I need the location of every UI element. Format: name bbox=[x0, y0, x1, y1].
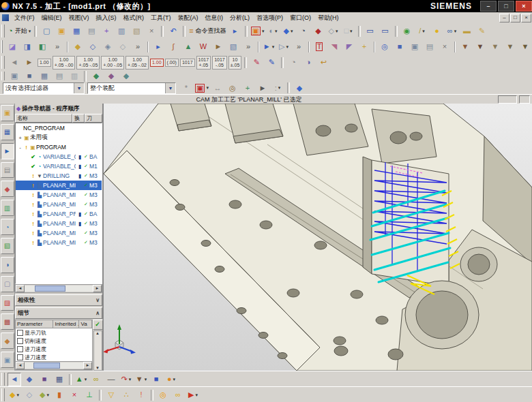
key-icon[interactable]: ● bbox=[430, 25, 444, 38]
menu-item-7[interactable]: 信息(I) bbox=[202, 13, 227, 23]
axes-green-icon[interactable]: ⊥ bbox=[83, 388, 96, 402]
details-row-2[interactable]: 进刀速度 bbox=[16, 345, 92, 353]
chevron-down-icon[interactable]: ▾ bbox=[195, 392, 198, 398]
chevron-down-icon[interactable]: ▾ bbox=[16, 392, 19, 398]
save-icon[interactable]: ▦ bbox=[70, 25, 83, 38]
chevron-down-icon[interactable]: ▾ bbox=[350, 29, 353, 34]
menu-item-8[interactable]: 分析(L) bbox=[226, 13, 253, 23]
curve-arc-icon[interactable]: ▲ bbox=[181, 40, 195, 54]
tree-row-PROGRAM[interactable]: -!▣PROGRAM bbox=[16, 142, 102, 152]
screen-layout-icon[interactable]: ▣▾ bbox=[250, 25, 265, 38]
chevron-down-icon[interactable]: ▾ bbox=[278, 85, 281, 91]
target-orange-icon[interactable]: ◎ bbox=[156, 388, 170, 402]
solid-green-icon[interactable]: ◆ bbox=[89, 70, 103, 82]
solid-teal-icon[interactable]: ◆ bbox=[119, 70, 133, 82]
generate-toolpath-icon[interactable]: ◎ bbox=[378, 40, 391, 54]
toolbar-grip[interactable] bbox=[1, 373, 5, 385]
gear-orange-icon[interactable]: ●▾ bbox=[164, 373, 178, 386]
details-column-1[interactable]: Inherited ... bbox=[53, 320, 79, 328]
details-row-0[interactable]: 显示刀轨 bbox=[16, 328, 92, 337]
scroll-left-icon[interactable]: ◄ bbox=[16, 285, 25, 292]
cube-pair-icon[interactable]: ◇ bbox=[23, 388, 36, 402]
tree-row-VARIABLE_01...[interactable]: ✔◔VARIABLE_01...▮✓BA bbox=[16, 152, 102, 161]
gold-dots-icon[interactable]: ∴ bbox=[119, 388, 133, 402]
column-name[interactable]: 名称 bbox=[15, 114, 72, 123]
delete-icon[interactable]: × bbox=[145, 25, 158, 38]
menu-item-5[interactable]: 工具(T) bbox=[147, 13, 175, 23]
open-file-icon[interactable]: ▣ bbox=[55, 25, 68, 38]
create-tool-icon[interactable]: T bbox=[312, 40, 326, 54]
mill-tool-1-icon[interactable]: ▼ bbox=[458, 40, 472, 54]
machine-tool-navigator-button[interactable]: ▤ bbox=[1, 162, 14, 179]
expander-icon[interactable]: + bbox=[17, 135, 23, 141]
toolbar-grip[interactable] bbox=[1, 25, 5, 37]
curve-red-icon[interactable]: ↷▾ bbox=[119, 373, 133, 386]
render-style-icon[interactable]: ◐▾ bbox=[267, 25, 280, 38]
exclaim-icon[interactable]: ! bbox=[134, 388, 148, 402]
details-vertical-scrollbar[interactable]: ▲ ▼ bbox=[93, 330, 102, 371]
verify-toolpath-icon[interactable]: ■ bbox=[393, 40, 407, 54]
wave-linker-icon[interactable]: W bbox=[196, 40, 210, 54]
process-studio-button[interactable]: ◑ bbox=[1, 257, 14, 273]
assembly-navigator-button[interactable]: ▣ bbox=[1, 105, 14, 121]
datum-point-icon[interactable]: ◇ bbox=[116, 40, 130, 54]
dimension-style-chip[interactable]: 1.00 bbox=[150, 59, 164, 67]
chevron-down-icon[interactable]: ▾ bbox=[272, 44, 275, 50]
system-materials-button[interactable]: ◆ bbox=[1, 333, 14, 349]
copy-icon[interactable]: ▥ bbox=[115, 25, 128, 38]
delete-op-icon[interactable]: × bbox=[438, 40, 452, 54]
new-file-icon[interactable]: ▢ bbox=[40, 25, 53, 38]
apply-check-button[interactable]: ✓ bbox=[93, 320, 103, 330]
document-icon[interactable] bbox=[2, 14, 9, 21]
overflow-4-icon[interactable]: » bbox=[292, 40, 306, 54]
clock-analysis-icon[interactable]: ◔ bbox=[297, 25, 310, 38]
window-tile-icon[interactable]: ▭ bbox=[379, 25, 392, 38]
prev-value-icon[interactable]: ◄ bbox=[8, 56, 21, 69]
chevron-down-icon[interactable]: ▾ bbox=[46, 392, 49, 398]
menu-item-1[interactable]: 编辑(E) bbox=[38, 13, 65, 23]
chevron-down-icon[interactable]: ▼ bbox=[74, 83, 84, 93]
tree-row-PLANAR_MILL[interactable]: !▙PLANAR_MILL✓M3 bbox=[16, 181, 102, 190]
snap-settings-icon[interactable]: * bbox=[179, 81, 193, 95]
cube-plus-icon[interactable]: ◆▾ bbox=[38, 388, 51, 402]
angle-tool-icon[interactable]: ◔ bbox=[286, 56, 300, 69]
tree-row-DRILLING[interactable]: !▼DRILLING▮✓M3 bbox=[16, 171, 102, 181]
menu-item-11[interactable]: 帮助(H) bbox=[314, 13, 342, 23]
chevron-down-icon[interactable]: ▾ bbox=[206, 85, 209, 91]
overflow-2-icon[interactable]: » bbox=[131, 40, 145, 54]
general-select-icon[interactable]: ↔ bbox=[211, 81, 224, 95]
dependencies-section[interactable]: 相依性 ∨ bbox=[15, 294, 102, 306]
box-blue-icon[interactable]: ■ bbox=[149, 373, 163, 386]
paste-icon[interactable]: ▧ bbox=[130, 25, 143, 38]
select-cursor-icon[interactable]: ►▾ bbox=[262, 40, 276, 54]
details-row-1[interactable]: 切削速度 bbox=[16, 337, 92, 345]
machine-sim-icon[interactable]: ▤ bbox=[423, 40, 437, 54]
list-toolpath-icon[interactable]: ▣ bbox=[408, 40, 422, 54]
history-button[interactable]: ▧ bbox=[1, 238, 14, 254]
menu-item-10[interactable]: 窗口(O) bbox=[286, 13, 314, 23]
chevron-down-icon[interactable]: ▾ bbox=[275, 29, 278, 34]
part-template-button[interactable]: ▣ bbox=[1, 352, 14, 368]
cube-yellow-icon[interactable]: ◆▾ bbox=[8, 388, 21, 402]
datum-axis-icon[interactable]: ◇ bbox=[86, 40, 100, 54]
tree-horizontal-scrollbar[interactable]: ◄ ► bbox=[15, 284, 102, 293]
scroll-right-icon[interactable]: ► bbox=[83, 362, 92, 369]
shaded-view-icon[interactable]: ◆▾ bbox=[282, 25, 295, 38]
transform-icon[interactable]: ▮ bbox=[53, 388, 66, 402]
chevron-up-icon[interactable]: ∧ bbox=[95, 310, 100, 316]
datum-plane-icon[interactable]: ◆ bbox=[71, 40, 85, 54]
print-icon[interactable]: ▤ bbox=[85, 25, 98, 38]
dimension-style-chip[interactable]: 10 ±.05 bbox=[228, 56, 242, 69]
details-column-2[interactable]: Va bbox=[79, 320, 92, 328]
chevron-down-icon[interactable]: ▾ bbox=[173, 377, 176, 382]
create-method-icon[interactable]: ◤ bbox=[342, 40, 356, 54]
operation-navigator-button[interactable]: ► bbox=[1, 143, 14, 159]
chevron-down-icon[interactable]: ▾ bbox=[129, 377, 132, 382]
extract-face-icon[interactable]: ▧ bbox=[226, 40, 240, 54]
flag-expression-icon[interactable]: ► bbox=[211, 40, 225, 54]
half-tool-icon[interactable]: ◑ bbox=[301, 56, 315, 69]
command-finder-icon[interactable]: ≡命令查找器 bbox=[188, 25, 226, 38]
manufacturing-wizards-button[interactable]: ▢ bbox=[1, 276, 14, 292]
mill-tool-4-icon[interactable]: ▼ bbox=[503, 40, 517, 54]
curve-spline-icon[interactable]: ∫ bbox=[166, 40, 180, 54]
